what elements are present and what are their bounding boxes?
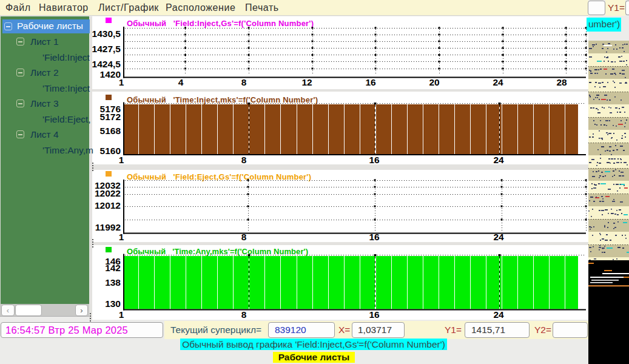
- svg-text:8: 8: [241, 309, 247, 320]
- svg-text:16: 16: [369, 309, 380, 320]
- svg-text:1424,5: 1424,5: [92, 59, 121, 69]
- svg-text:28: 28: [556, 77, 567, 87]
- svg-text:8: 8: [241, 77, 247, 87]
- svg-text:5160: 5160: [100, 146, 121, 156]
- svg-text:Обычный 'Time:Inject,mks'=f(: Обычный 'Time:Inject,mks'=f('Column Numb…: [127, 95, 318, 104]
- svg-text:1: 1: [119, 232, 124, 242]
- svg-text:12022: 12022: [95, 188, 121, 198]
- svg-text:16: 16: [369, 232, 380, 242]
- svg-text:1: 1: [119, 155, 124, 165]
- svg-text:24: 24: [493, 77, 503, 87]
- svg-text:138: 138: [105, 277, 121, 288]
- svg-text:1420: 1420: [100, 69, 121, 79]
- svg-text:1427,5: 1427,5: [92, 44, 121, 54]
- svg-text:8: 8: [241, 232, 247, 242]
- svg-text:4: 4: [178, 77, 184, 87]
- svg-text:12012: 12012: [95, 200, 121, 211]
- svg-text:Обычный 'Time:Any,mks'=f('Co: Обычный 'Time:Any,mks'=f('Column Number'…: [127, 247, 308, 256]
- svg-text:16: 16: [365, 77, 376, 87]
- svg-text:24: 24: [493, 155, 504, 165]
- svg-text:24: 24: [493, 232, 504, 242]
- svg-text:142: 142: [105, 263, 121, 273]
- svg-text:8: 8: [241, 155, 247, 165]
- svg-text:1: 1: [119, 77, 124, 87]
- svg-text:16: 16: [369, 155, 380, 165]
- svg-text:12: 12: [301, 77, 312, 87]
- svg-text:24: 24: [493, 309, 504, 320]
- svg-text:11992: 11992: [95, 222, 121, 232]
- svg-text:Обычный 'Field:Inject,Gs'=f(: Обычный 'Field:Inject,Gs'=f('Column Numb…: [127, 19, 314, 28]
- svg-text:1430,5: 1430,5: [92, 29, 121, 39]
- svg-text:5172: 5172: [100, 112, 121, 122]
- svg-text:5168: 5168: [100, 126, 121, 136]
- svg-text:130: 130: [105, 298, 121, 309]
- svg-text:20: 20: [429, 77, 439, 87]
- svg-text:1: 1: [119, 309, 124, 320]
